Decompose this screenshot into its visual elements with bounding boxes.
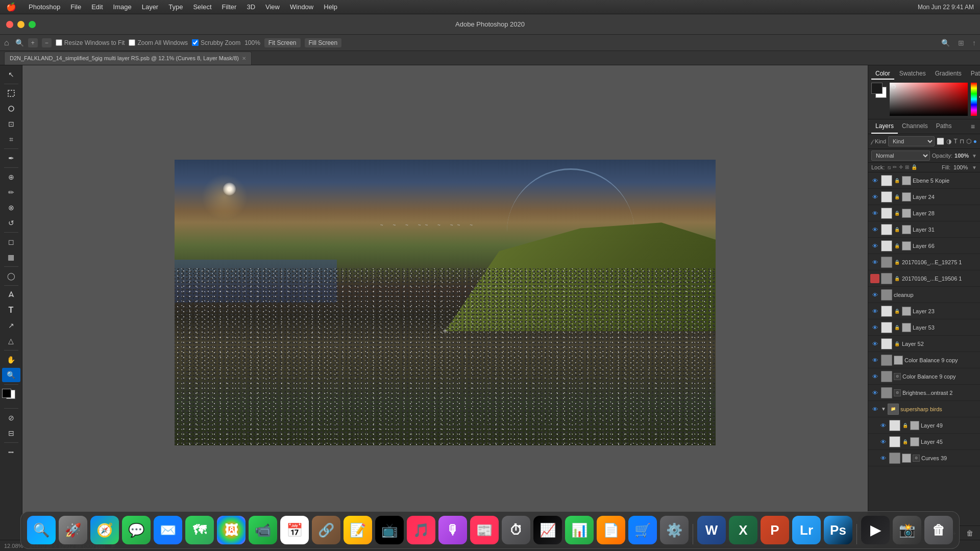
tab-channels[interactable]: Channels <box>898 119 932 134</box>
dock-item-finalcut[interactable]: ▶ <box>861 516 890 544</box>
layer-visibility[interactable]: 👁 <box>870 192 879 202</box>
layer-mask[interactable] <box>902 192 911 202</box>
filter-adjust-icon[interactable]: ◑ <box>946 138 951 145</box>
opacity-arrow[interactable]: ▼ <box>972 153 977 159</box>
color-spectrum[interactable] <box>971 83 977 116</box>
tool-shape[interactable]: △ <box>2 334 20 348</box>
tab-layers[interactable]: Layers <box>871 119 898 134</box>
search-button[interactable]: 🔍 <box>941 39 950 47</box>
tool-path-select[interactable]: ↗ <box>2 318 20 333</box>
layer-mask[interactable] <box>902 241 911 251</box>
tool-brush[interactable]: ✏ <box>2 185 20 199</box>
menu-image[interactable]: Image <box>109 2 136 12</box>
zoom-all-checkbox[interactable] <box>129 39 135 46</box>
dock-item-notchlink[interactable]: 🔗 <box>312 516 340 544</box>
group-arrow[interactable]: ▼ <box>881 406 886 412</box>
menu-photoshop[interactable]: Photoshop <box>24 2 64 12</box>
document-tab[interactable]: D2N_FALKLAND_14_simplified_5gig multi la… <box>4 52 252 65</box>
dock-item-safari[interactable]: 🧭 <box>90 516 119 544</box>
filter-shape-icon[interactable]: ⊓ <box>960 138 964 145</box>
tool-eraser[interactable]: ◻ <box>2 235 20 249</box>
menu-help[interactable]: Help <box>320 2 341 12</box>
dock-item-photoshop[interactable]: Ps <box>824 516 852 544</box>
layer-visibility[interactable]: 👁 <box>870 225 879 234</box>
blend-mode-select[interactable]: Normal <box>871 151 930 161</box>
dock-item-trash[interactable]: 🗑 <box>924 516 953 544</box>
dock-item-calendar[interactable]: 📅 <box>280 516 309 544</box>
resize-windows-option[interactable]: Resize Windows to Fit <box>56 39 125 46</box>
layer-visibility[interactable]: 👁 <box>870 209 879 218</box>
filter-toggle[interactable]: ● <box>973 138 977 145</box>
tool-gradient[interactable]: ▦ <box>2 250 20 264</box>
layer-mask[interactable] <box>902 323 911 332</box>
tool-eyedropper[interactable]: ✒ <box>2 151 20 165</box>
tool-clone[interactable]: ⊗ <box>2 201 20 215</box>
layer-mask[interactable] <box>902 176 911 185</box>
close-button[interactable] <box>6 21 13 28</box>
tab-gradients[interactable]: Gradients <box>931 68 966 80</box>
tab-paths[interactable]: Paths <box>932 119 956 134</box>
layer-visibility[interactable]: 👁 <box>870 241 879 251</box>
layer-item[interactable]: 👁 🔒 Layer 28 <box>868 205 980 221</box>
layer-visibility[interactable]: 👁 <box>870 339 879 348</box>
layer-visibility[interactable]: 👁 <box>878 437 888 446</box>
tool-more[interactable]: ••• <box>2 445 20 459</box>
tool-object-select[interactable]: ⊡ <box>2 117 20 131</box>
dock-item-imagecapture[interactable]: 📸 <box>893 516 921 544</box>
layer-mask[interactable] <box>894 356 903 365</box>
filter-pixel-icon[interactable]: ⬜ <box>937 138 944 145</box>
fill-arrow[interactable]: ▼ <box>972 165 977 170</box>
layer-item[interactable]: 👁 🔒 20170106_...E_19506 1 <box>868 270 980 287</box>
dock-item-messages[interactable]: 💬 <box>122 516 151 544</box>
menu-view[interactable]: View <box>261 2 284 12</box>
layer-mask[interactable] <box>902 307 911 316</box>
dock-item-word[interactable]: W <box>697 516 726 544</box>
layer-visibility[interactable]: 👁 <box>870 323 879 332</box>
apple-menu[interactable]: 🍎 <box>6 2 16 12</box>
layer-visibility[interactable]: 👁 <box>878 421 888 430</box>
layer-item[interactable]: 👁 🔒 Layer 66 <box>868 238 980 254</box>
menu-type[interactable]: Type <box>164 2 187 12</box>
fit-screen-button[interactable]: Fit Screen <box>264 38 301 47</box>
layer-item[interactable]: 👁 🔒 Layer 45 <box>868 434 980 450</box>
zoom-all-option[interactable]: Zoom All Windows <box>129 39 188 46</box>
scrubby-zoom-checkbox[interactable] <box>192 39 199 46</box>
layer-item[interactable]: 👁 🔒 Layer 31 <box>868 221 980 238</box>
layer-visibility[interactable]: 👁 <box>870 258 879 267</box>
tool-lasso[interactable] <box>2 102 20 116</box>
dock-item-facetime[interactable]: 📹 <box>249 516 277 544</box>
lock-transparent-icon[interactable]: ⧅ <box>888 164 891 170</box>
tab-color[interactable]: Color <box>871 68 894 80</box>
layer-visibility[interactable]: 👁 <box>870 372 879 381</box>
lock-artboard-icon[interactable]: ⊞ <box>905 164 909 170</box>
dock-item-pages[interactable]: 📄 <box>597 516 625 544</box>
tool-spot-heal[interactable]: ⊕ <box>2 170 20 184</box>
layer-item[interactable]: 👁 🔒 Layer 23 <box>868 303 980 319</box>
minimize-button[interactable] <box>17 21 24 28</box>
menu-file[interactable]: File <box>66 2 85 12</box>
layer-item[interactable]: 👁 ⚙ Curves 39 <box>868 450 980 466</box>
fill-value[interactable]: 100% <box>953 164 969 170</box>
dock-item-podcast[interactable]: 🎙 <box>438 516 467 544</box>
menu-3d[interactable]: 3D <box>242 2 259 12</box>
dock-item-powerpoint[interactable]: P <box>761 516 789 544</box>
layer-visibility[interactable]: 👁 <box>870 307 879 316</box>
color-field[interactable] <box>890 83 968 116</box>
dock-item-appstore[interactable]: 🛒 <box>628 516 657 544</box>
tool-zoom[interactable]: 🔍 <box>2 368 20 382</box>
menu-layer[interactable]: Layer <box>138 2 163 12</box>
layer-visibility[interactable]: 👁 <box>870 356 879 365</box>
tool-marquee[interactable] <box>2 86 20 101</box>
foreground-color-swatch[interactable] <box>2 389 11 398</box>
dock-item-news[interactable]: 📰 <box>470 516 499 544</box>
menu-select[interactable]: Select <box>189 2 215 12</box>
tool-screen-mode[interactable]: ⊟ <box>2 426 20 440</box>
layer-item[interactable]: 👁 ⚙ Color Balance 9 copy <box>868 368 980 385</box>
layer-visibility[interactable]: 👁 <box>878 454 888 463</box>
layer-visibility[interactable]: 👁 <box>870 176 879 185</box>
lock-all-icon[interactable]: 🔒 <box>911 164 917 170</box>
layer-visibility[interactable]: 👁 <box>870 405 879 414</box>
menu-filter[interactable]: Filter <box>218 2 241 12</box>
dock-item-notes[interactable]: 📝 <box>344 516 372 544</box>
color-swatches-panel[interactable] <box>871 83 887 98</box>
